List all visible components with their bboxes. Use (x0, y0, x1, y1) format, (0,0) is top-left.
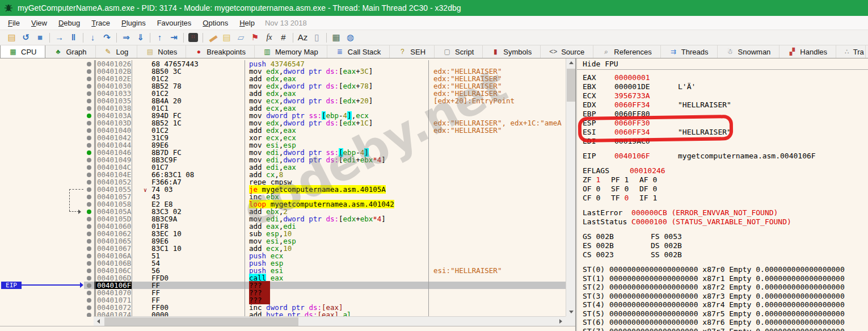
tab-graph[interactable]: ♣Graph (45, 45, 95, 58)
flags-row[interactable]: OF 0SF 0DF 0 (583, 185, 868, 194)
breakpoint-dot[interactable] (84, 82, 94, 90)
calculator-icon[interactable]: ▦ (329, 31, 343, 44)
tab-references[interactable]: ⌕References (593, 45, 660, 58)
register-eip[interactable]: EIP0040106Fmygetcomputernamea.asm.004010… (583, 152, 868, 161)
text-az-icon[interactable]: Aᴢ (296, 31, 310, 44)
breakpoint-dot[interactable] (84, 304, 94, 311)
scroll-right-button[interactable] (556, 317, 566, 326)
breakpoint-dot[interactable] (84, 282, 94, 289)
tab-source[interactable]: <>Source (541, 45, 593, 58)
step-over-icon[interactable]: ↷ (100, 31, 114, 44)
vertical-scrollbar[interactable] (566, 58, 575, 316)
breakpoint-dot[interactable] (84, 267, 94, 274)
menu-options[interactable]: Options (197, 18, 234, 28)
breakpoint-dot[interactable] (84, 104, 94, 112)
breakpoint-dot[interactable] (84, 68, 94, 75)
segment-row[interactable]: ES 002BDS 002B (583, 241, 868, 250)
register-esi[interactable]: ESI0060FF34"HELLRAISER" (583, 128, 868, 137)
breakpoint-dot[interactable] (84, 127, 94, 134)
breakpoint-dot[interactable] (84, 193, 94, 200)
registers-pane[interactable]: Hide FPU EAX00000001EBX000001DEL'Ä'ECX39… (577, 58, 868, 331)
globe-icon[interactable]: ◍ (343, 31, 357, 44)
close-icon[interactable]: ■ (33, 31, 47, 44)
breakpoint-dot[interactable] (84, 178, 94, 186)
run-icon[interactable]: → (52, 31, 66, 44)
flags-row[interactable]: ZF 1PF 1AF 0 (583, 175, 868, 185)
breakpoint-dot[interactable] (84, 208, 94, 215)
breakpoint-dot[interactable] (84, 252, 94, 259)
register-ebx[interactable]: EBX000001DEL'Ä' (583, 82, 868, 91)
pause-icon[interactable]: ‖ (66, 31, 81, 44)
breakpoint-dot[interactable] (84, 274, 94, 282)
breakpoint-dot[interactable] (84, 119, 94, 127)
register-edx[interactable]: EDX0060FF34"HELLRAISER" (583, 100, 868, 110)
open-folder-icon[interactable]: ▤ (5, 31, 19, 44)
lasterror-line[interactable]: LastError 000000CB (ERROR_ENVVAR_NOT_FOU… (583, 208, 868, 217)
tab-memory-map[interactable]: ▥Memory Map (255, 45, 327, 58)
scroll-down-button[interactable] (566, 307, 575, 316)
breakpoint-dot[interactable] (84, 75, 94, 82)
tab-tra[interactable]: ∴Tra (836, 45, 866, 58)
x87-register-x87r0[interactable]: ST(0) 00000000000000000000 x87r0 Empty 0… (583, 265, 868, 274)
breakpoint-dot[interactable] (84, 156, 94, 164)
breakpoint-dot[interactable] (84, 296, 94, 304)
disassembly-pane[interactable]: EIP 0040102668 47657443push 437465470040… (0, 58, 575, 331)
tab-script[interactable]: ▢Script (435, 45, 483, 58)
disassembly-rows[interactable]: 0040102668 47657443push 437465470040102B… (84, 60, 566, 317)
breakpoint-dot[interactable] (84, 311, 94, 317)
register-edi[interactable]: EDI00019AC0 (583, 137, 868, 146)
register-ebp[interactable]: EBP0060FF80 (583, 110, 868, 119)
step-out-icon[interactable]: ↑ (153, 31, 167, 44)
breakpoint-dot[interactable] (84, 97, 94, 104)
menu-view[interactable]: View (26, 18, 53, 28)
menu-file[interactable]: File (2, 18, 26, 28)
x87-register-x87r4[interactable]: ST(4) 00000000000000000000 x87r4 Empty 0… (583, 300, 868, 309)
breakpoint-dot[interactable] (84, 245, 94, 252)
step-into-icon[interactable]: ↓ (86, 31, 100, 44)
breakpoint-dot[interactable] (84, 134, 94, 141)
register-ecx[interactable]: ECX3956733A (583, 91, 868, 100)
segment-row[interactable]: GS 002BFS 0053 (583, 232, 868, 241)
breakpoint-dot[interactable] (84, 289, 94, 296)
laststatus-line[interactable]: LastStatus C0000100 (STATUS_VARIABLE_NOT… (583, 217, 868, 227)
breakpoint-dot[interactable] (84, 171, 94, 178)
bookmarks-icon[interactable]: ⚑ (248, 31, 262, 44)
breakpoint-dot[interactable] (84, 200, 94, 208)
functions-icon[interactable]: fx (262, 31, 276, 44)
tab-notes[interactable]: ▤Notes (137, 45, 186, 58)
menu-help[interactable]: Help (234, 18, 260, 28)
x87-register-x87r2[interactable]: ST(2) 00000000000000000000 x87r2 Empty 0… (583, 283, 868, 292)
vertical-scroll-thumb[interactable] (567, 69, 575, 102)
run-to-user-code-icon[interactable]: ⇥ (167, 31, 181, 44)
breakpoint-dot[interactable] (84, 60, 94, 68)
register-esp[interactable]: ESP0060FF30 (583, 119, 868, 128)
breakpoint-dot[interactable] (84, 141, 94, 149)
labels-icon[interactable]: ▱ (234, 31, 248, 44)
register-eflags[interactable]: EFLAGS00010246 (583, 166, 868, 175)
menu-trace[interactable]: Trace (86, 18, 116, 28)
menu-favourites[interactable]: Favourites (151, 18, 197, 28)
breakpoint-dot[interactable] (84, 149, 94, 156)
tab-call-stack[interactable]: ≣Call Stack (327, 45, 390, 58)
tab-symbols[interactable]: ▮Symbols (483, 45, 541, 58)
breakpoint-dot[interactable] (84, 112, 94, 119)
tab-seh[interactable]: ?SEH (390, 45, 435, 58)
register-eax[interactable]: EAX00000001 (583, 73, 868, 82)
device-icon[interactable]: ▯ (310, 31, 324, 44)
restart-icon[interactable]: ↺ (19, 31, 33, 44)
tab-handles[interactable]: ▞Handles (779, 45, 836, 58)
horizontal-scrollbar[interactable] (94, 316, 566, 326)
x87-register-x87r1[interactable]: ST(1) 00000000000000000000 x87r1 Empty 0… (583, 274, 868, 283)
horizontal-scroll-thumb[interactable] (104, 317, 298, 326)
breakpoint-dot[interactable] (84, 215, 94, 223)
x87-register-x87r5[interactable]: ST(5) 00000000000000000000 x87r5 Empty 0… (583, 309, 868, 319)
tab-cpu[interactable]: ▦CPU (0, 45, 45, 58)
tab-snowman[interactable]: ☃Snowman (718, 45, 780, 58)
menu-plugins[interactable]: Plugins (116, 18, 151, 28)
breakpoint-dot[interactable] (84, 164, 94, 171)
breakpoint-dot[interactable] (84, 223, 94, 230)
scroll-left-button[interactable] (94, 317, 103, 326)
execute-till-return-icon[interactable]: ⇓ (133, 31, 148, 44)
hide-fpu-button[interactable]: Hide FPU (577, 58, 868, 70)
x87-register-x87r6[interactable]: ST(6) 00000000000000000000 x87r6 Empty 0… (583, 318, 868, 327)
